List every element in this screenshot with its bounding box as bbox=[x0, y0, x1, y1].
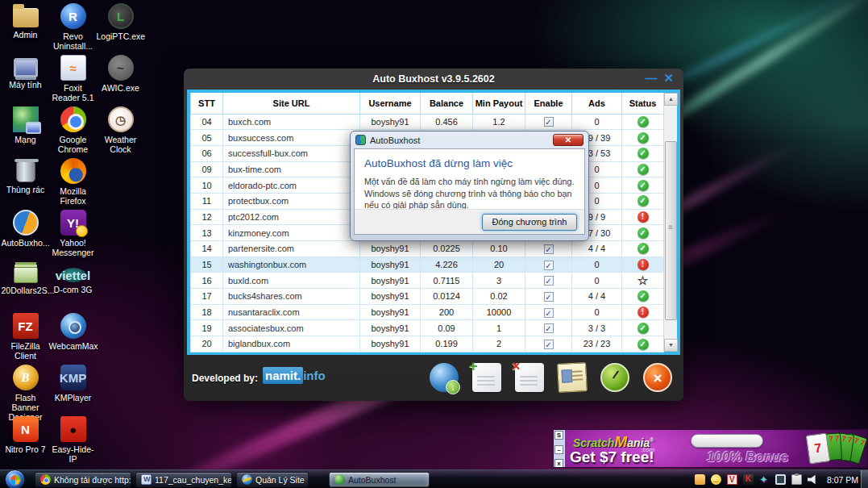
banner-ad[interactable]: S–x ScratchMania® .com Get $7 free! 100%… bbox=[553, 429, 868, 468]
taskbar-clock[interactable]: 8:07 PM bbox=[827, 475, 858, 485]
desktop-icon-filezilla[interactable]: FZFileZilla Client bbox=[2, 313, 49, 365]
table-row[interactable]: 18nusantaraclix.comboyshy9120010000✓0! bbox=[191, 304, 664, 320]
enable-checkbox[interactable]: ✓ bbox=[544, 261, 554, 270]
column-header[interactable]: Username bbox=[360, 93, 421, 114]
taskbar-item-label: 117_cau_chuyen_ke_... bbox=[155, 475, 232, 485]
taskbar-item-kh-ng-t-i-c-http-[interactable]: Không tải được http:... bbox=[35, 472, 131, 487]
desktop-icon-kmp[interactable]: KMPKMPlayer bbox=[49, 365, 97, 416]
show-desktop-button[interactable] bbox=[861, 470, 868, 488]
enable-checkbox[interactable]: ✓ bbox=[544, 308, 554, 318]
namit-info-logo[interactable]: namit.info bbox=[263, 369, 326, 382]
start-button[interactable] bbox=[5, 469, 25, 488]
yahoo-smiley-icon[interactable] bbox=[711, 474, 721, 485]
timer-clock-icon[interactable] bbox=[600, 363, 629, 392]
scratch-card-icon: 7 bbox=[806, 432, 831, 464]
desktop-icon-revo[interactable]: RRevo Uninstall... bbox=[49, 3, 97, 55]
taskbar-item-117-cau-chuyen-ke-[interactable]: 117_cau_chuyen_ke_... bbox=[135, 472, 232, 487]
banner-pill-button[interactable] bbox=[691, 434, 763, 448]
scrollbar-thumb[interactable] bbox=[665, 141, 677, 320]
desktop-icon-trash[interactable]: Thùng rác bbox=[2, 158, 49, 210]
cell-stt: 20 bbox=[191, 336, 223, 352]
column-header[interactable]: STT bbox=[191, 93, 223, 114]
desktop-icon-weather[interactable]: ◷Weather Clock bbox=[97, 106, 144, 158]
antivirus-v-icon[interactable]: V bbox=[727, 474, 737, 485]
table-row[interactable]: 20biglandbux.comboyshy910.1992✓23 / 23✓ bbox=[191, 336, 664, 352]
column-header[interactable]: Enable bbox=[525, 93, 572, 114]
enable-checkbox[interactable]: ✓ bbox=[544, 340, 554, 349]
column-header[interactable]: Status bbox=[622, 93, 664, 114]
remove-site-icon[interactable] bbox=[515, 363, 544, 392]
cell-balance: 0.0225 bbox=[421, 241, 473, 257]
dcom-3g-icon: viettel bbox=[60, 268, 86, 282]
desktop-icon-folder[interactable]: Admin bbox=[2, 3, 49, 55]
cell-balance: 0.0124 bbox=[421, 289, 473, 305]
accounts-card-icon[interactable] bbox=[557, 362, 588, 393]
table-row[interactable]: 14partenersite.comboyshy910.02250.10✓4 /… bbox=[191, 241, 664, 257]
minimize-button[interactable]: — bbox=[645, 70, 657, 86]
desktop-icon-easyhide[interactable]: ●Easy-Hide-IP bbox=[49, 416, 97, 468]
cell-status: ✓ bbox=[622, 225, 664, 241]
desktop-icon-yahoo[interactable]: Y!Yahoo! Messenger bbox=[49, 210, 97, 261]
enable-checkbox[interactable]: ✓ bbox=[544, 117, 554, 127]
table-row[interactable]: 19associatesbux.comboyshy910.091✓3 / 3✓ bbox=[191, 320, 664, 336]
desktop-icon-label: Foxit Reader 5.1 bbox=[49, 83, 98, 102]
display-icon[interactable] bbox=[775, 474, 786, 485]
column-header[interactable]: Ads bbox=[572, 93, 622, 114]
desktop-icon-foxit[interactable]: ≈Foxit Reader 5.1 bbox=[49, 55, 97, 106]
spark-icon[interactable]: ✦ bbox=[759, 474, 770, 485]
add-site-icon[interactable] bbox=[472, 363, 501, 392]
desktop-icon-row: NNitro Pro 7●Easy-Hide-IP bbox=[2, 416, 147, 468]
enable-checkbox[interactable]: ✓ bbox=[544, 292, 554, 302]
scroll-down-arrow-icon[interactable]: ▼ bbox=[664, 339, 678, 352]
banner-sound-button[interactable]: S bbox=[554, 431, 563, 440]
column-header[interactable]: Site URL bbox=[223, 93, 360, 114]
desktop-icon-webcam[interactable]: WebcamMax bbox=[49, 313, 97, 365]
enable-checkbox[interactable]: ✓ bbox=[544, 244, 554, 254]
table-row[interactable]: 16buxld.comboyshy910.71153✓0☆ bbox=[191, 273, 664, 289]
table-row[interactable]: 15washingtonbux.comboyshy914.22620✓0! bbox=[191, 257, 664, 273]
column-header[interactable]: Min Payout bbox=[473, 93, 525, 114]
desktop-icon-flashb[interactable]: BFlash Banner Designer bbox=[2, 365, 49, 416]
banner-offer-text: Get $7 free! bbox=[570, 448, 654, 466]
desktop-icon-dcom[interactable]: viettelD-com 3G bbox=[49, 261, 97, 313]
taskbar-item-autobuxhost[interactable]: AutoBuxhost bbox=[329, 472, 430, 487]
window-titlebar[interactable]: Auto Buxhost v3.9.5.2602 — ✕ bbox=[184, 69, 683, 90]
clipboard-icon[interactable] bbox=[791, 474, 802, 485]
exit-icon[interactable]: × bbox=[643, 363, 672, 392]
scroll-up-arrow-icon[interactable]: ▲ bbox=[664, 93, 678, 106]
dialog-titlebar[interactable]: AutoBuxhost ✕ bbox=[354, 131, 585, 148]
logiptc-icon: L bbox=[108, 3, 134, 29]
cell-balance: 0.7115 bbox=[421, 273, 473, 289]
close-button[interactable]: ✕ bbox=[663, 70, 674, 86]
globe-download-icon[interactable] bbox=[430, 363, 459, 392]
tray-folder-icon[interactable] bbox=[695, 474, 705, 485]
cell-stt: 11 bbox=[191, 193, 223, 209]
column-header[interactable]: Balance bbox=[421, 93, 473, 114]
speaker-icon[interactable] bbox=[808, 474, 818, 485]
desktop-icon-awic[interactable]: ~AWIC.exe bbox=[97, 55, 144, 106]
banner-minimize-button[interactable]: – bbox=[554, 445, 563, 454]
desktop-icon-money[interactable]: 20Dollars2S... bbox=[2, 261, 49, 313]
table-scrollbar[interactable]: ▲ ▼ bbox=[663, 93, 677, 352]
enable-checkbox[interactable]: ✓ bbox=[544, 323, 554, 333]
banner-close-button[interactable]: x bbox=[554, 459, 563, 468]
dialog-title: AutoBuxhost bbox=[370, 136, 420, 145]
close-program-button[interactable]: Đóng chương trình bbox=[482, 214, 577, 231]
desktop-icon-logiptc[interactable]: LLogiPTC.exe bbox=[97, 3, 144, 55]
enable-checkbox[interactable]: ✓ bbox=[544, 276, 554, 286]
desktop-icon-chrome[interactable]: Google Chrome bbox=[49, 106, 97, 158]
table-row[interactable]: 04buxch.comboyshy910.4561.2✓0✓ bbox=[191, 114, 664, 130]
desktop-icon-nitro[interactable]: NNitro Pro 7 bbox=[2, 416, 49, 468]
desktop-icon-firefox[interactable]: Mozilla Firefox bbox=[49, 158, 97, 210]
table-row[interactable]: 17bucks4shares.comboyshy910.01240.02✓4 /… bbox=[191, 289, 664, 305]
kmplayer-tray-icon[interactable]: K bbox=[743, 474, 754, 485]
desktop-icon-autobux[interactable]: AutoBuxho... bbox=[2, 210, 49, 261]
desktop-icon-row: AdminRRevo Uninstall...LLogiPTC.exe bbox=[2, 3, 147, 55]
desktop-icon-globe[interactable]: Mạng bbox=[2, 106, 49, 158]
taskbar-item-qu-n-l-site[interactable]: Quản Lý Site bbox=[236, 472, 309, 487]
weather-clock-icon: ◷ bbox=[108, 106, 134, 132]
cell-min-payout: 1 bbox=[473, 320, 525, 336]
cell-stt: 17 bbox=[191, 289, 223, 305]
dialog-close-button[interactable]: ✕ bbox=[553, 134, 584, 146]
desktop-icon-computer[interactable]: Máy tính bbox=[2, 55, 49, 106]
